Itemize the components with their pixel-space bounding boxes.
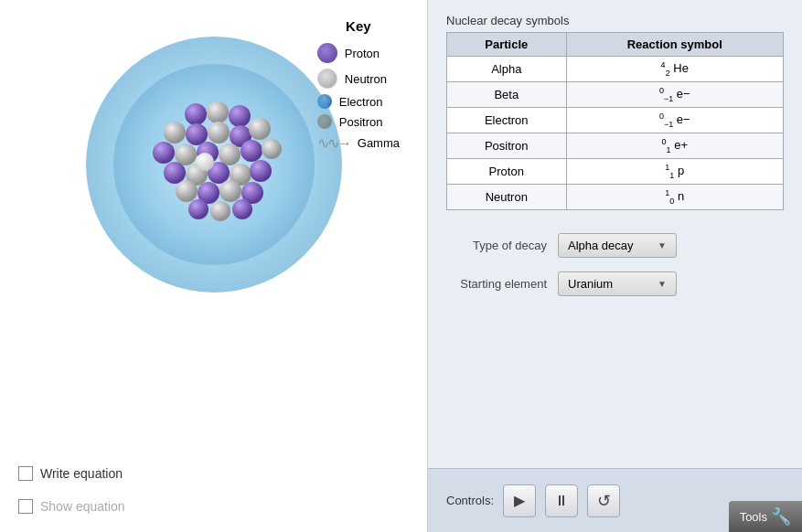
gamma-label: Gamma — [358, 136, 400, 150]
decay-type-label: Type of decay — [446, 239, 547, 252]
symbol-proton: 11 p — [566, 158, 784, 184]
write-equation-checkbox[interactable] — [18, 466, 33, 481]
table-row: Neutron 10 n — [447, 184, 784, 209]
nucleus-svg — [136, 87, 292, 242]
decay-type-row: Type of decay Alpha decay ▼ — [446, 233, 784, 258]
particle-neutron: Neutron — [447, 184, 567, 209]
positron-label: Positron — [339, 115, 383, 129]
ball-n — [208, 122, 230, 144]
show-equation-label[interactable]: Show equation — [40, 499, 125, 514]
starting-element-value: Uranium — [568, 277, 613, 291]
reset-button[interactable]: ↺ — [587, 484, 620, 517]
atom-visualization — [86, 37, 342, 293]
decay-type-value: Alpha decay — [568, 239, 634, 252]
ball-n — [175, 144, 197, 165]
table-header-row: Particle Reaction symbol — [447, 33, 784, 57]
pause-icon: ⏸ — [554, 493, 569, 509]
electron-label: Electron — [339, 95, 383, 109]
table-row: Electron 0−1 e− — [447, 107, 784, 133]
symbol-alpha: 42 He — [566, 57, 784, 82]
table-row: Positron 01 e+ — [447, 133, 784, 158]
show-equation-row: Show equation — [18, 499, 125, 514]
symbol-beta: 0−1 e− — [566, 81, 784, 107]
table-row: Proton 11 p — [447, 158, 784, 184]
ball-p — [185, 103, 207, 125]
starting-element-row: Starting element Uranium ▼ — [446, 271, 784, 296]
symbol-electron: 0−1 e− — [566, 107, 784, 133]
right-panel: Nuclear decay symbols Particle Reaction … — [428, 0, 802, 532]
nucleus — [136, 87, 292, 242]
play-button[interactable]: ▶ — [503, 484, 536, 517]
right-top: Nuclear decay symbols Particle Reaction … — [428, 0, 802, 468]
particle-alpha: Alpha — [447, 57, 567, 82]
starting-element-dropdown[interactable]: Uranium ▼ — [558, 271, 677, 296]
neutron-label: Neutron — [345, 72, 387, 86]
particle-beta: Beta — [447, 81, 567, 107]
write-equation-label[interactable]: Write equation — [40, 466, 123, 481]
ball-p — [241, 140, 262, 162]
ball-highlight — [196, 153, 214, 171]
pause-button[interactable]: ⏸ — [545, 484, 578, 517]
key-title: Key — [317, 18, 400, 34]
left-panel: Key Proton Neutron Electron Positron — [0, 0, 428, 532]
decay-table: Particle Reaction symbol Alpha 42 He Bet… — [446, 32, 784, 210]
col-particle: Particle — [447, 33, 567, 57]
ball-n — [210, 201, 230, 221]
particle-proton: Proton — [447, 158, 567, 184]
ball-n — [164, 122, 186, 144]
particle-positron: Positron — [447, 133, 567, 158]
starting-element-label: Starting element — [446, 277, 547, 291]
write-equation-row: Write equation — [18, 466, 125, 481]
ball-p — [188, 199, 209, 219]
decay-type-arrow-icon: ▼ — [658, 240, 667, 250]
tools-icon: 🔧 — [771, 506, 791, 527]
symbol-positron: 01 e+ — [566, 133, 784, 158]
ball-n — [176, 180, 198, 202]
tools-button[interactable]: Tools 🔧 — [729, 501, 802, 532]
ball-p — [250, 160, 272, 182]
col-symbol: Reaction symbol — [566, 33, 784, 57]
ball-n — [249, 118, 271, 140]
ball-n — [219, 180, 241, 202]
proton-label: Proton — [345, 47, 380, 60]
ball-n — [207, 101, 229, 123]
table-title: Nuclear decay symbols — [446, 14, 784, 27]
reset-icon: ↺ — [597, 491, 611, 511]
tools-label: Tools — [740, 510, 767, 524]
symbol-neutron: 10 n — [566, 184, 784, 209]
checkbox-area: Write equation Show equation — [18, 466, 125, 514]
table-row: Beta 0−1 e− — [447, 81, 784, 107]
ball-n — [262, 139, 282, 159]
table-row: Alpha 42 He — [447, 57, 784, 82]
decay-type-dropdown[interactable]: Alpha decay ▼ — [558, 233, 677, 258]
starting-element-arrow-icon: ▼ — [658, 279, 667, 289]
ball-p — [153, 142, 175, 164]
ball-p — [164, 162, 186, 184]
ball-p — [186, 123, 208, 145]
show-equation-checkbox[interactable] — [18, 499, 33, 514]
ball-n — [219, 144, 241, 165]
ball-p — [232, 199, 252, 219]
ball-p — [229, 105, 251, 127]
particle-electron: Electron — [447, 107, 567, 133]
play-icon: ▶ — [514, 492, 525, 509]
controls-label: Controls: — [446, 494, 494, 507]
table-section: Nuclear decay symbols Particle Reaction … — [446, 14, 784, 210]
